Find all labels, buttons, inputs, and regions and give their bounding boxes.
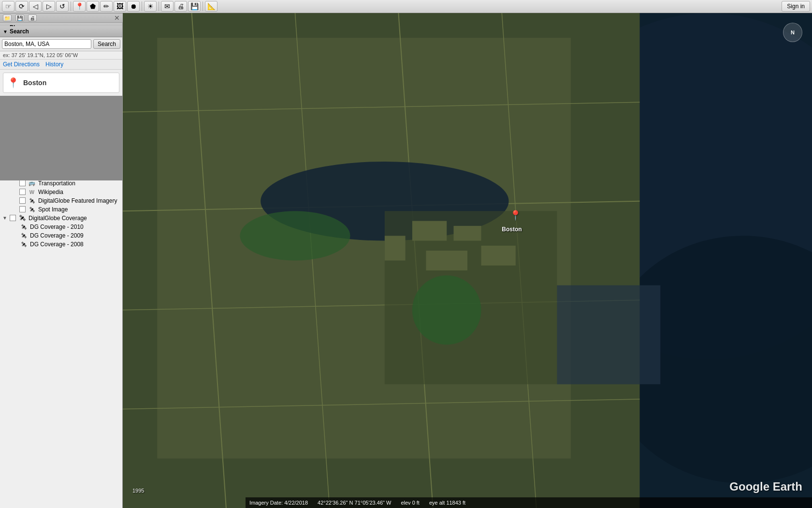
triangle-icon: ▼	[3, 29, 8, 34]
dg-coverage-folder-item[interactable]: ▼ 🛰 DigitalGlobe Coverage	[0, 214, 122, 223]
svg-rect-24	[557, 285, 660, 385]
svg-point-23	[240, 211, 350, 260]
dg-coverage-checkbox[interactable]	[10, 215, 16, 221]
elevation: elev 0 ft	[401, 500, 420, 506]
history-link[interactable]: History	[45, 61, 63, 68]
search-panel: ▼ Search Search ex: 37 25' 19.1"N, 122 0…	[0, 26, 123, 180]
toolbar-separator-2	[142, 1, 142, 11]
search-panel-header: ▼ Search	[0, 26, 122, 37]
dg-featured-item[interactable]: 🛰 DigitalGlobe Featured Imagery	[0, 196, 122, 205]
dg-2010-label: DG Coverage - 2010	[30, 224, 120, 230]
svg-rect-19	[426, 251, 467, 270]
transportation-icon: 🚌	[29, 180, 35, 186]
svg-rect-18	[453, 226, 481, 241]
save-icon[interactable]: 💾	[15, 15, 24, 21]
print-button[interactable]: 🖨	[174, 1, 187, 12]
forward-button[interactable]: ▷	[43, 1, 55, 12]
search-button[interactable]: Search	[93, 39, 120, 49]
year-label: 1995	[132, 488, 144, 493]
satellite-map	[123, 13, 812, 508]
pan-tool-button[interactable]: ☞	[2, 1, 14, 12]
record-tour-button[interactable]: ⏺	[127, 1, 140, 12]
map-city-label: Boston	[502, 226, 522, 233]
spot-image-label: Spot Image	[38, 206, 120, 213]
dg-featured-icon: 🛰	[29, 198, 35, 204]
nav-links: Get Directions History	[0, 60, 122, 70]
dg-2008-label: DG Coverage - 2008	[30, 241, 120, 248]
sign-in-button[interactable]: Sign in	[782, 1, 810, 12]
add-polygon-button[interactable]: ⬟	[87, 1, 99, 12]
coords-hint: ex: 37 25' 19.1"N, 122 05' 06"W	[0, 51, 122, 60]
search-panel-title: Search	[10, 28, 29, 35]
back-button[interactable]: ◁	[29, 1, 42, 12]
wikipedia-icon: W	[29, 189, 34, 195]
svg-rect-21	[385, 236, 406, 260]
status-bar: Imagery Date: 4/22/2018 42°22'36.26" N 7…	[246, 497, 812, 508]
dg-2010-item[interactable]: 🛰 DG Coverage - 2010	[0, 223, 122, 231]
svg-rect-20	[481, 246, 516, 266]
toolbar-separator-4	[203, 1, 203, 11]
measure-button[interactable]: 📐	[205, 1, 218, 12]
result-name: Boston	[23, 79, 46, 87]
search-bar: Search	[0, 37, 122, 51]
add-placemark-button[interactable]: 📍	[73, 1, 86, 12]
transportation-label: Transportation	[38, 180, 120, 187]
dg-2010-icon: 🛰	[21, 224, 27, 230]
expand-icon: ▼	[2, 215, 8, 221]
search-input[interactable]	[2, 39, 91, 49]
google-earth-watermark: Google Earth	[729, 480, 802, 493]
draw-button[interactable]: ✏	[100, 1, 113, 12]
result-pin-icon: 📍	[7, 77, 19, 89]
dg-2008-item[interactable]: 🛰 DG Coverage - 2008	[0, 240, 122, 249]
north-label: N	[791, 30, 795, 35]
transportation-checkbox[interactable]	[19, 180, 26, 186]
coordinates: 42°22'36.26" N 71°05'23.46" W	[318, 500, 391, 506]
dg-featured-label: DigitalGlobe Featured Imagery	[38, 197, 120, 204]
new-folder-icon[interactable]: 📁	[3, 15, 12, 21]
wikipedia-label: Wikipedia	[38, 189, 120, 195]
dg-2009-label: DG Coverage - 2009	[30, 232, 120, 239]
spot-image-checkbox[interactable]	[19, 206, 26, 212]
map-location-pin: 📍	[509, 209, 522, 221]
dg-2009-icon: 🛰	[21, 233, 27, 239]
wikipedia-item[interactable]: W Wikipedia	[0, 188, 122, 196]
dg-2009-item[interactable]: 🛰 DG Coverage - 2009	[0, 231, 122, 240]
svg-rect-17	[412, 221, 447, 241]
panel-divider: 📁 💾 🖨 ✕	[0, 13, 123, 23]
dg-coverage-label: DigitalGlobe Coverage	[29, 215, 120, 222]
imagery-date: Imagery Date: 4/22/2018	[249, 500, 308, 506]
eye-altitude: eye alt 11843 ft	[429, 500, 465, 506]
email-button[interactable]: ✉	[161, 1, 174, 12]
spot-image-icon: 🛰	[29, 207, 35, 212]
search-result[interactable]: 📍 Boston	[3, 73, 119, 93]
ruler-button[interactable]: ⟳	[15, 1, 28, 12]
panel-close-button[interactable]: ✕	[114, 14, 120, 22]
save-image-button[interactable]: 💾	[188, 1, 201, 12]
toolbar: ☞ ⟳ ◁ ▷ ↺ 📍 ⬟ ✏ 🖼 ⏺ ☀ ✉ 🖨 💾 📐 Sign in	[0, 0, 812, 13]
search-image-area	[0, 96, 122, 180]
sun-button[interactable]: ☀	[144, 1, 157, 12]
north-compass: N	[783, 23, 802, 42]
map-area[interactable]: 📍 Boston N Google Earth 1995 Imagery Dat…	[123, 13, 812, 508]
dg-2008-icon: 🛰	[21, 241, 27, 247]
print-divider-icon[interactable]: 🖨	[28, 15, 37, 21]
toolbar-separator-1	[71, 1, 71, 11]
left-panel: ▼ Search Search ex: 37 25' 19.1"N, 122 0…	[0, 13, 123, 508]
refresh-button[interactable]: ↺	[56, 1, 69, 12]
toolbar-separator-3	[159, 1, 159, 11]
add-overlay-button[interactable]: 🖼	[114, 1, 126, 12]
dg-coverage-folder-icon: 🛰	[19, 214, 26, 222]
dg-featured-checkbox[interactable]	[19, 197, 26, 204]
spot-image-item[interactable]: 🛰 Spot Image	[0, 205, 122, 214]
svg-point-22	[412, 275, 481, 344]
wikipedia-checkbox[interactable]	[19, 189, 26, 195]
get-directions-link[interactable]: Get Directions	[3, 61, 40, 68]
